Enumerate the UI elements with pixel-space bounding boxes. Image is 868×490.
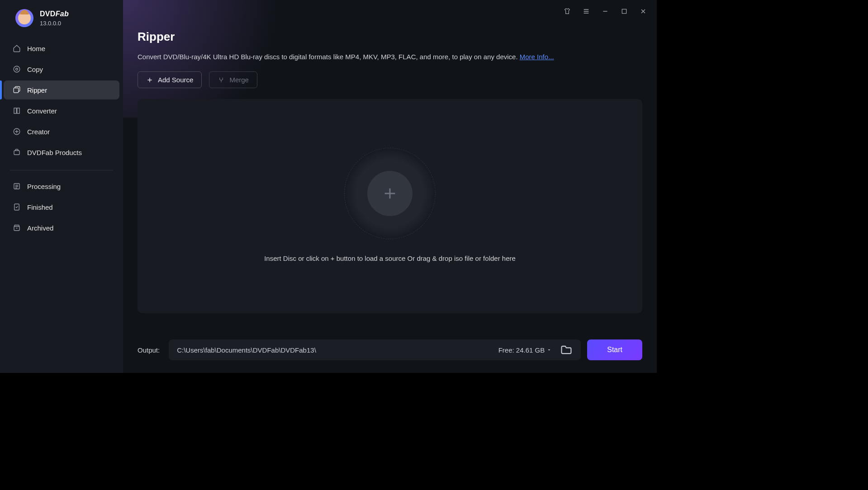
sidebar-item-label: Creator [27,128,50,136]
processing-icon [13,182,21,190]
add-source-button[interactable]: Add Source [138,71,202,88]
sidebar-item-label: Finished [27,203,53,211]
sidebar-item-label: Processing [27,183,61,190]
close-button[interactable] [636,4,650,19]
sidebar-item-home[interactable]: Home [4,39,119,58]
sidebar-nav-secondary: Processing Finished Archived [0,177,123,239]
svg-rect-9 [14,226,19,231]
sidebar-item-label: Ripper [27,86,47,94]
titlebar [123,0,657,23]
start-button[interactable]: Start [587,339,642,360]
maximize-button[interactable] [617,4,631,19]
svg-point-1 [16,68,18,71]
content-area: Ripper Convert DVD/Blu-ray/4K Ultra HD B… [123,23,657,330]
svg-rect-2 [14,88,19,93]
sidebar-item-converter[interactable]: Converter [4,101,119,120]
more-info-link[interactable]: More Info... [520,53,554,61]
action-row: Add Source Merge [138,71,642,88]
menu-icon-button[interactable] [579,4,593,19]
output-label: Output: [138,346,160,354]
start-label: Start [607,346,622,353]
output-path: C:\Users\fab\Documents\DVDFab\DVDFab13\ [177,346,316,354]
free-space-text: Free: 24.61 GB [498,346,545,354]
browse-folder-button[interactable] [560,344,573,356]
logo-block: DVDFab 13.0.0.0 [0,9,123,27]
sidebar-item-finished[interactable]: Finished [4,198,119,217]
dropzone[interactable]: Insert Disc or click on + button to load… [138,99,642,313]
folder-icon [560,344,573,356]
home-icon [13,44,21,52]
finished-icon [13,203,21,211]
archived-icon [13,224,21,232]
merge-icon [218,76,225,84]
svg-rect-6 [14,151,19,155]
app-window: DVDFab 13.0.0.0 Home Copy Ri [0,0,657,373]
output-field[interactable]: C:\Users\fab\Documents\DVDFab\DVDFab13\ … [169,339,581,360]
merge-label: Merge [229,76,249,84]
sidebar-item-label: Home [27,45,45,52]
drop-circle[interactable] [347,151,433,236]
svg-rect-10 [622,9,626,13]
sidebar-item-processing[interactable]: Processing [4,177,119,196]
svg-rect-3 [14,108,16,113]
page-description: Convert DVD/Blu-ray/4K Ultra HD Blu-ray … [138,53,642,61]
app-logo-icon [15,9,33,27]
app-version: 13.0.0.0 [40,20,69,27]
copy-icon [13,65,21,73]
add-source-label: Add Source [158,76,193,84]
app-name: DVDFab [40,10,69,18]
shirt-icon-button[interactable] [560,4,574,19]
products-icon [13,148,21,156]
sidebar-item-archived[interactable]: Archived [4,218,119,237]
page-title: Ripper [138,30,642,44]
page-description-text: Convert DVD/Blu-ray/4K Ultra HD Blu-ray … [138,53,520,61]
sidebar-divider [10,170,113,170]
sidebar-item-label: Copy [27,66,43,73]
merge-button[interactable]: Merge [209,71,257,88]
sidebar-item-products[interactable]: DVDFab Products [4,143,119,162]
main-panel: Ripper Convert DVD/Blu-ray/4K Ultra HD B… [123,0,657,373]
creator-icon [13,127,21,136]
sidebar-item-label: DVDFab Products [27,149,82,156]
sidebar: DVDFab 13.0.0.0 Home Copy Ri [0,0,123,373]
ripper-icon [13,86,21,94]
chevron-down-icon [546,347,552,353]
sidebar-item-label: Archived [27,224,53,232]
svg-rect-4 [17,108,19,113]
sidebar-item-ripper[interactable]: Ripper [4,80,119,99]
minimize-button[interactable] [598,4,612,19]
sidebar-item-copy[interactable]: Copy [4,60,119,79]
sidebar-nav-primary: Home Copy Ripper Converter [0,39,123,164]
footer-bar: Output: C:\Users\fab\Documents\DVDFab\DV… [123,330,657,373]
drop-plus-button[interactable] [367,171,413,216]
converter-icon [13,107,21,115]
svg-point-0 [14,66,20,72]
drop-text: Insert Disc or click on + button to load… [264,254,516,262]
sidebar-item-creator[interactable]: Creator [4,122,119,141]
free-space-dropdown[interactable]: Free: 24.61 GB [498,346,552,354]
plus-icon [146,76,153,84]
sidebar-item-label: Converter [27,107,57,115]
